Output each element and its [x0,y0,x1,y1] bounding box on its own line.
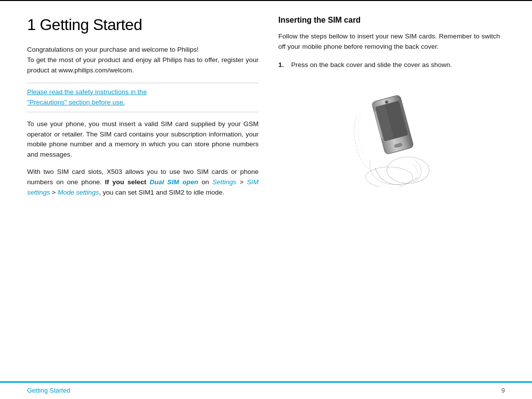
step1-text: Press on the back cover and slide the co… [291,60,452,70]
chapter-number: 1 [27,16,35,33]
divider-bottom [27,112,259,112]
svg-point-0 [387,157,429,184]
section-title: Inserting the SIM card [278,16,500,25]
right-column: Inserting the SIM card Follow the steps … [278,16,500,371]
divider-top [27,83,259,83]
footer: Getting Started 9 [0,381,532,399]
body-paragraph2: With two SIM card slots, X503 allows you… [27,167,259,198]
section-body: Follow the steps bellow to insert your n… [278,32,500,52]
notice-text: Please read the safety instructions in t… [27,87,259,108]
page-container: 1 Getting Started Congratulations on you… [0,0,532,399]
chapter-title-text: Getting Started [35,16,142,33]
left-column: 1 Getting Started Congratulations on you… [27,16,259,371]
phone-illustration [340,78,438,187]
chapter-title: 1 Getting Started [27,16,259,34]
footer-left-text: Getting Started [27,387,70,394]
step1-number: 1. [278,60,287,70]
footer-page-number: 9 [501,387,505,394]
body-paragraph1: To use your phone, you must insert a val… [27,119,259,161]
intro-paragraph1: Congratulations on your purchase and wel… [27,45,259,76]
step1: 1. Press on the back cover and slide the… [278,60,500,70]
content-area: 1 Getting Started Congratulations on you… [0,1,532,381]
